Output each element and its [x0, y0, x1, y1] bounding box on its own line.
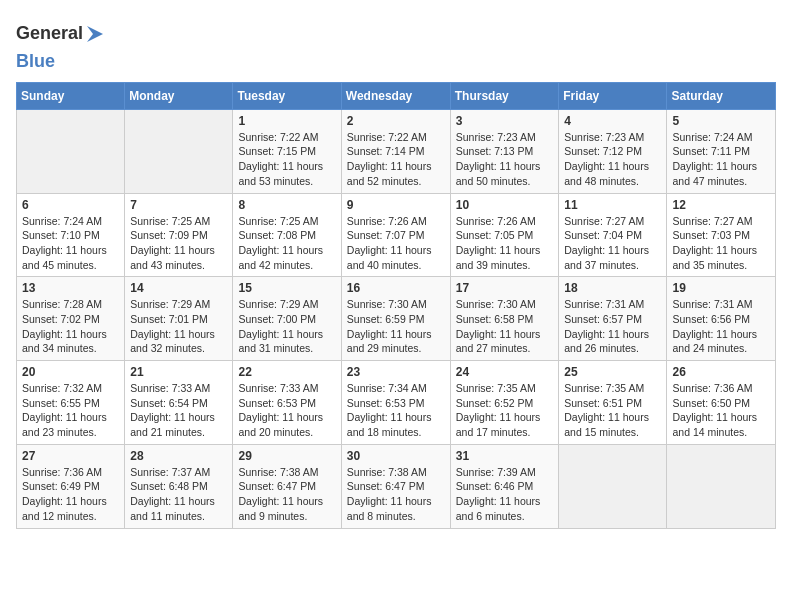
day-info: Sunrise: 7:26 AM Sunset: 7:07 PM Dayligh…: [347, 214, 445, 273]
day-info: Sunrise: 7:30 AM Sunset: 6:58 PM Dayligh…: [456, 297, 554, 356]
day-number: 16: [347, 281, 445, 295]
day-info: Sunrise: 7:27 AM Sunset: 7:03 PM Dayligh…: [672, 214, 770, 273]
week-row-2: 6Sunrise: 7:24 AM Sunset: 7:10 PM Daylig…: [17, 193, 776, 277]
calendar-cell: 28Sunrise: 7:37 AM Sunset: 6:48 PM Dayli…: [125, 444, 233, 528]
day-info: Sunrise: 7:33 AM Sunset: 6:53 PM Dayligh…: [238, 381, 335, 440]
calendar-cell: 9Sunrise: 7:26 AM Sunset: 7:07 PM Daylig…: [341, 193, 450, 277]
day-number: 19: [672, 281, 770, 295]
calendar-cell: 11Sunrise: 7:27 AM Sunset: 7:04 PM Dayli…: [559, 193, 667, 277]
calendar-cell: 14Sunrise: 7:29 AM Sunset: 7:01 PM Dayli…: [125, 277, 233, 361]
week-row-4: 20Sunrise: 7:32 AM Sunset: 6:55 PM Dayli…: [17, 361, 776, 445]
calendar-cell: 25Sunrise: 7:35 AM Sunset: 6:51 PM Dayli…: [559, 361, 667, 445]
day-info: Sunrise: 7:28 AM Sunset: 7:02 PM Dayligh…: [22, 297, 119, 356]
day-info: Sunrise: 7:38 AM Sunset: 6:47 PM Dayligh…: [347, 465, 445, 524]
calendar-cell: 16Sunrise: 7:30 AM Sunset: 6:59 PM Dayli…: [341, 277, 450, 361]
day-info: Sunrise: 7:31 AM Sunset: 6:56 PM Dayligh…: [672, 297, 770, 356]
calendar-cell: 13Sunrise: 7:28 AM Sunset: 7:02 PM Dayli…: [17, 277, 125, 361]
day-number: 6: [22, 198, 119, 212]
day-number: 30: [347, 449, 445, 463]
day-info: Sunrise: 7:25 AM Sunset: 7:08 PM Dayligh…: [238, 214, 335, 273]
day-info: Sunrise: 7:24 AM Sunset: 7:11 PM Dayligh…: [672, 130, 770, 189]
day-info: Sunrise: 7:26 AM Sunset: 7:05 PM Dayligh…: [456, 214, 554, 273]
day-info: Sunrise: 7:29 AM Sunset: 7:00 PM Dayligh…: [238, 297, 335, 356]
day-number: 2: [347, 114, 445, 128]
calendar-cell: 1Sunrise: 7:22 AM Sunset: 7:15 PM Daylig…: [233, 109, 341, 193]
weekday-header-tuesday: Tuesday: [233, 82, 341, 109]
calendar-cell: 31Sunrise: 7:39 AM Sunset: 6:46 PM Dayli…: [450, 444, 559, 528]
calendar-cell: 2Sunrise: 7:22 AM Sunset: 7:14 PM Daylig…: [341, 109, 450, 193]
day-number: 17: [456, 281, 554, 295]
calendar-cell: 8Sunrise: 7:25 AM Sunset: 7:08 PM Daylig…: [233, 193, 341, 277]
day-number: 12: [672, 198, 770, 212]
day-number: 8: [238, 198, 335, 212]
logo-bird-icon: [85, 16, 105, 52]
calendar-cell: 23Sunrise: 7:34 AM Sunset: 6:53 PM Dayli…: [341, 361, 450, 445]
day-number: 28: [130, 449, 227, 463]
calendar-cell: 30Sunrise: 7:38 AM Sunset: 6:47 PM Dayli…: [341, 444, 450, 528]
day-info: Sunrise: 7:32 AM Sunset: 6:55 PM Dayligh…: [22, 381, 119, 440]
week-row-3: 13Sunrise: 7:28 AM Sunset: 7:02 PM Dayli…: [17, 277, 776, 361]
day-info: Sunrise: 7:31 AM Sunset: 6:57 PM Dayligh…: [564, 297, 661, 356]
calendar-cell: [125, 109, 233, 193]
calendar-cell: 29Sunrise: 7:38 AM Sunset: 6:47 PM Dayli…: [233, 444, 341, 528]
weekday-header-row: SundayMondayTuesdayWednesdayThursdayFrid…: [17, 82, 776, 109]
day-info: Sunrise: 7:22 AM Sunset: 7:14 PM Dayligh…: [347, 130, 445, 189]
logo-text: General Blue: [16, 16, 105, 72]
day-number: 24: [456, 365, 554, 379]
day-number: 7: [130, 198, 227, 212]
day-number: 26: [672, 365, 770, 379]
day-number: 21: [130, 365, 227, 379]
day-number: 1: [238, 114, 335, 128]
weekday-header-friday: Friday: [559, 82, 667, 109]
day-info: Sunrise: 7:37 AM Sunset: 6:48 PM Dayligh…: [130, 465, 227, 524]
logo: General Blue: [16, 16, 105, 72]
day-number: 20: [22, 365, 119, 379]
calendar-cell: 10Sunrise: 7:26 AM Sunset: 7:05 PM Dayli…: [450, 193, 559, 277]
calendar-cell: 4Sunrise: 7:23 AM Sunset: 7:12 PM Daylig…: [559, 109, 667, 193]
day-number: 31: [456, 449, 554, 463]
calendar-table: SundayMondayTuesdayWednesdayThursdayFrid…: [16, 82, 776, 529]
day-number: 9: [347, 198, 445, 212]
day-number: 13: [22, 281, 119, 295]
calendar-cell: 3Sunrise: 7:23 AM Sunset: 7:13 PM Daylig…: [450, 109, 559, 193]
day-info: Sunrise: 7:39 AM Sunset: 6:46 PM Dayligh…: [456, 465, 554, 524]
day-info: Sunrise: 7:33 AM Sunset: 6:54 PM Dayligh…: [130, 381, 227, 440]
calendar-cell: 20Sunrise: 7:32 AM Sunset: 6:55 PM Dayli…: [17, 361, 125, 445]
day-number: 27: [22, 449, 119, 463]
calendar-cell: 26Sunrise: 7:36 AM Sunset: 6:50 PM Dayli…: [667, 361, 776, 445]
weekday-header-monday: Monday: [125, 82, 233, 109]
calendar-cell: 27Sunrise: 7:36 AM Sunset: 6:49 PM Dayli…: [17, 444, 125, 528]
day-info: Sunrise: 7:22 AM Sunset: 7:15 PM Dayligh…: [238, 130, 335, 189]
day-number: 18: [564, 281, 661, 295]
day-info: Sunrise: 7:24 AM Sunset: 7:10 PM Dayligh…: [22, 214, 119, 273]
day-info: Sunrise: 7:23 AM Sunset: 7:12 PM Dayligh…: [564, 130, 661, 189]
calendar-cell: [667, 444, 776, 528]
day-number: 10: [456, 198, 554, 212]
calendar-cell: 18Sunrise: 7:31 AM Sunset: 6:57 PM Dayli…: [559, 277, 667, 361]
calendar-cell: 24Sunrise: 7:35 AM Sunset: 6:52 PM Dayli…: [450, 361, 559, 445]
weekday-header-sunday: Sunday: [17, 82, 125, 109]
week-row-5: 27Sunrise: 7:36 AM Sunset: 6:49 PM Dayli…: [17, 444, 776, 528]
day-info: Sunrise: 7:35 AM Sunset: 6:51 PM Dayligh…: [564, 381, 661, 440]
calendar-cell: 21Sunrise: 7:33 AM Sunset: 6:54 PM Dayli…: [125, 361, 233, 445]
weekday-header-wednesday: Wednesday: [341, 82, 450, 109]
day-number: 22: [238, 365, 335, 379]
day-info: Sunrise: 7:29 AM Sunset: 7:01 PM Dayligh…: [130, 297, 227, 356]
day-number: 4: [564, 114, 661, 128]
calendar-cell: 22Sunrise: 7:33 AM Sunset: 6:53 PM Dayli…: [233, 361, 341, 445]
day-number: 29: [238, 449, 335, 463]
day-number: 3: [456, 114, 554, 128]
calendar-cell: 7Sunrise: 7:25 AM Sunset: 7:09 PM Daylig…: [125, 193, 233, 277]
calendar-cell: 6Sunrise: 7:24 AM Sunset: 7:10 PM Daylig…: [17, 193, 125, 277]
weekday-header-saturday: Saturday: [667, 82, 776, 109]
page-header: General Blue: [16, 16, 776, 72]
day-info: Sunrise: 7:36 AM Sunset: 6:49 PM Dayligh…: [22, 465, 119, 524]
day-info: Sunrise: 7:36 AM Sunset: 6:50 PM Dayligh…: [672, 381, 770, 440]
calendar-cell: 19Sunrise: 7:31 AM Sunset: 6:56 PM Dayli…: [667, 277, 776, 361]
day-info: Sunrise: 7:25 AM Sunset: 7:09 PM Dayligh…: [130, 214, 227, 273]
day-info: Sunrise: 7:27 AM Sunset: 7:04 PM Dayligh…: [564, 214, 661, 273]
day-info: Sunrise: 7:38 AM Sunset: 6:47 PM Dayligh…: [238, 465, 335, 524]
calendar-cell: 17Sunrise: 7:30 AM Sunset: 6:58 PM Dayli…: [450, 277, 559, 361]
svg-marker-0: [87, 26, 103, 42]
calendar-cell: 12Sunrise: 7:27 AM Sunset: 7:03 PM Dayli…: [667, 193, 776, 277]
